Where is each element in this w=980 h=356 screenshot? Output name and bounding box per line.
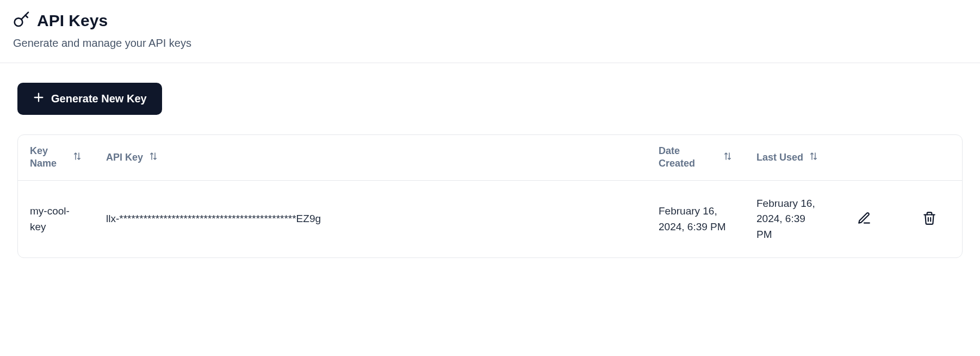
column-header-last-used[interactable]: Last Used [745,135,832,180]
sort-icon [148,151,158,164]
edit-key-button[interactable] [854,208,874,230]
column-label: Key Name [30,145,67,170]
column-header-api-key[interactable]: API Key [94,135,647,180]
delete-key-button[interactable] [919,208,940,230]
sort-icon [723,151,733,164]
column-label: Date Created [659,145,717,170]
sort-icon [809,151,818,164]
cell-api-key: llx-************************************… [94,180,647,257]
key-icon [13,11,30,30]
column-header-delete [897,135,962,180]
api-keys-table: Key Name API K [17,134,963,258]
page-title: API Keys [37,11,108,30]
column-header-edit [832,135,897,180]
cell-key-name: my-cool-key [18,180,94,257]
column-header-key-name[interactable]: Key Name [18,135,94,180]
table-row: my-cool-key llx-************************… [18,180,962,257]
cell-last-used: February 16, 2024, 6:39 PM [745,180,832,257]
page-subtitle: Generate and manage your API keys [13,37,967,50]
sort-icon [72,151,82,164]
plus-icon [33,91,45,106]
edit-icon [857,211,871,227]
cell-date-created: February 16, 2024, 6:39 PM [647,180,745,257]
column-header-date-created[interactable]: Date Created [647,135,745,180]
column-label: API Key [106,151,143,164]
generate-new-key-button[interactable]: Generate New Key [17,83,162,115]
generate-button-label: Generate New Key [51,93,147,105]
column-label: Last Used [756,151,803,164]
page-header: API Keys Generate and manage your API ke… [0,0,980,63]
trash-icon [922,211,936,227]
